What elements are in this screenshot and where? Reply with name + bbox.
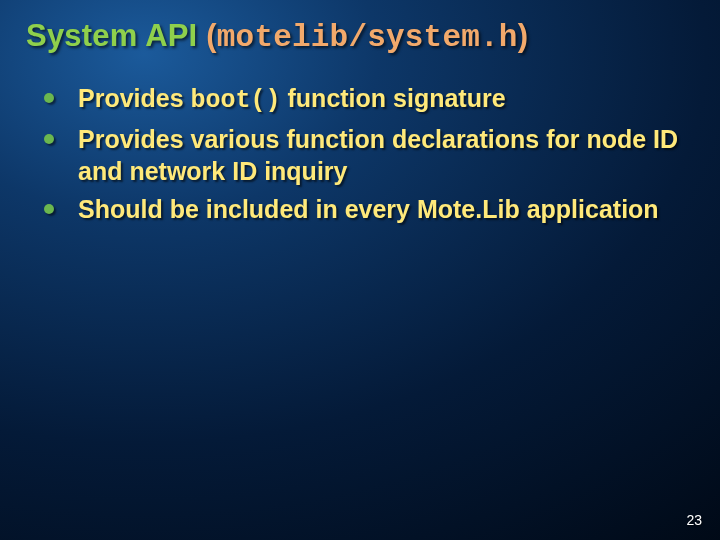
list-item: Provides boot() function signature (38, 82, 694, 117)
bullet-text-pre: Should be included in every Mote.Lib app… (78, 195, 659, 223)
title-text: System API (26, 18, 206, 53)
bullet-list: Provides boot() function signature Provi… (26, 82, 694, 225)
slide-title: System API (motelib/system.h) (26, 18, 694, 56)
list-item: Should be included in every Mote.Lib app… (38, 193, 694, 225)
title-code: motelib/system.h (217, 20, 518, 55)
title-paren-open: ( (206, 18, 217, 53)
slide: System API (motelib/system.h) Provides b… (0, 0, 720, 540)
title-paren-close: ) (518, 18, 529, 53)
bullet-text-pre: Provides various function declarations f… (78, 125, 678, 185)
bullet-text-pre: Provides (78, 84, 191, 112)
page-number: 23 (686, 512, 702, 528)
bullet-code: boot() (191, 86, 281, 115)
list-item: Provides various function declarations f… (38, 123, 694, 187)
bullet-text-post: function signature (281, 84, 506, 112)
